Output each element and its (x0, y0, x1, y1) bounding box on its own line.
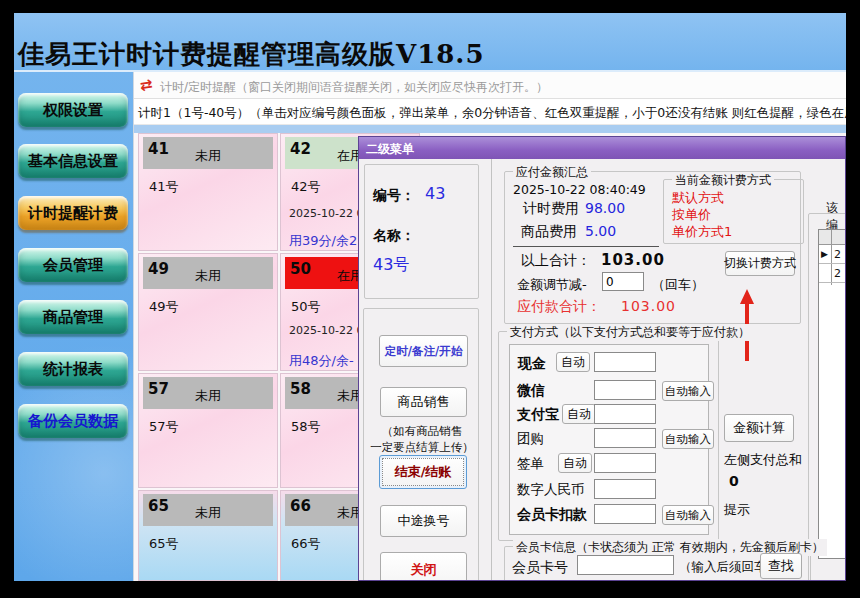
adjust-hint: （回车） (652, 276, 704, 294)
mid-switch-number-button[interactable]: 中途换号 (380, 505, 467, 537)
cash-auto-button[interactable]: 自动 (556, 352, 590, 372)
cell-status: 未用 (143, 504, 273, 522)
notice-text: 计时/定时提醒（窗口关闭期间语音提醒关闭，如关闭应尽快再次打开。） (160, 79, 548, 96)
cell-header: 65 未用 (143, 494, 273, 526)
sign-bill-label: 签单 (517, 455, 544, 473)
cell-header: 57 未用 (143, 377, 273, 409)
member-card-number-label: 会员卡号 (512, 559, 568, 577)
billing-mode-line2: 按单价 (672, 206, 711, 224)
goods-sale-note: （如有商品销售 一定要点结算上传） (364, 423, 480, 455)
cell-status: 未用 (143, 147, 273, 165)
row-value: 2 (834, 248, 841, 261)
cell-header: 49 未用 (143, 257, 273, 289)
cell-status: 未用 (143, 387, 273, 405)
left-payment-sum-value: 0 (729, 473, 739, 489)
groupbuy-auto-input-button[interactable]: 自动输入 (662, 429, 714, 449)
goods-fee-value: 5.00 (585, 223, 616, 239)
hint-label: 提示 (724, 501, 750, 519)
sign-bill-auto-button[interactable]: 自动 (558, 453, 592, 473)
find-button[interactable]: 查找 (760, 553, 802, 579)
left-payment-sum-label: 左侧支付总和 (724, 451, 802, 469)
table-row[interactable]: ▶ 2 (819, 245, 846, 264)
billing-datetime: 2025-10-22 08:40:49 (513, 182, 646, 197)
secondary-menu-dialog: 二级菜单 编号： 43 名称： 43号 定时/备注/开始 商品销售 （如有商品销… (358, 136, 846, 581)
table-header (819, 230, 846, 245)
timing-fee-value: 98.00 (585, 200, 625, 216)
sidebar-item-permissions[interactable]: 权限设置 (18, 93, 128, 127)
member-card-auto-input-button[interactable]: 自动输入 (662, 505, 714, 525)
billing-mode-line3: 单价方式1 (672, 223, 732, 241)
app-title: 佳易王计时计费提醒管理高级版V18.5 (18, 37, 485, 72)
cell-name: 49号 (149, 298, 179, 316)
cell-name: 58号 (291, 418, 321, 436)
row-selector-icon: ▶ (821, 249, 828, 259)
amount-calc-button[interactable]: 金额计算 (724, 414, 794, 442)
adjust-label: 金额调节减- (517, 276, 587, 294)
member-card-deduct-label: 会员卡扣款 (517, 506, 587, 524)
cell-start-time: 2025-10-22 0 (289, 324, 363, 337)
app-window: 佳易王计时计费提醒管理高级版V18.5 权限设置 基本信息设置 计时提醒计费 会… (14, 13, 846, 581)
notice-bar: ⇄ 计时/定时提醒（窗口关闭期间语音提醒关闭，如关闭应尽快再次打开。） (134, 72, 846, 99)
info-bar: 计时1（1号-40号）（单击对应编号颜色面板，弹出菜单，余0分钟语音、红色双重提… (134, 99, 846, 125)
timer-cell-41[interactable]: 41 未用 41号 (138, 133, 278, 251)
adjust-input[interactable] (602, 272, 644, 291)
sign-bill-input[interactable] (594, 453, 656, 473)
billing-mode-line1: 默认方式 (672, 189, 724, 207)
note-line2: 一定要点结算上传） (364, 439, 480, 455)
timer-cell-65[interactable]: 65 未用 65号 (138, 490, 278, 581)
divider-strip (134, 125, 846, 133)
sidebar-item-members[interactable]: 会员管理 (18, 248, 128, 282)
cash-label: 现金 (518, 355, 546, 373)
table-row[interactable]: 2 (819, 264, 846, 283)
wechat-label: 微信 (517, 382, 545, 400)
name-label: 名称： (373, 227, 415, 245)
groupbuy-label: 团购 (517, 430, 544, 448)
cell-start-time: 2025-10-22 0 (289, 207, 363, 220)
alipay-input[interactable] (594, 404, 656, 424)
digital-rmb-input[interactable] (594, 479, 656, 499)
dialog-title: 二级菜单 (366, 141, 414, 158)
finish-checkout-button[interactable]: 结束/结账 (379, 455, 467, 489)
wechat-auto-input-button[interactable]: 自动输入 (662, 381, 714, 401)
note-line1: （如有商品销售 (364, 423, 480, 439)
sidebar-item-timing-billing[interactable]: 计时提醒计费 (18, 196, 128, 230)
cell-name: 57号 (149, 418, 179, 436)
cell-name: 41号 (149, 178, 179, 196)
sidebar-item-goods[interactable]: 商品管理 (18, 300, 128, 334)
timer-cell-49[interactable]: 49 未用 49号 (138, 253, 278, 371)
timing-note-start-button[interactable]: 定时/备注/开始 (379, 335, 468, 367)
cash-input[interactable] (594, 352, 656, 372)
alipay-label: 支付宝 (517, 406, 559, 424)
goods-sale-button[interactable]: 商品销售 (380, 387, 467, 417)
cell-status: 未用 (143, 267, 273, 285)
cell-usage: 用48分/余- (289, 352, 354, 370)
subtotal-value: 103.00 (601, 251, 665, 269)
timer-cell-57[interactable]: 57 未用 57号 (138, 373, 278, 488)
total-value: 103.00 (621, 298, 676, 314)
member-card-number-input[interactable] (577, 555, 674, 575)
timing-fee-label: 计时费用 (523, 200, 579, 218)
total-label: 应付款合计： (517, 298, 601, 316)
subtotal-label: 以上合计： (521, 252, 591, 270)
groupbuy-input[interactable] (594, 428, 656, 448)
records-table[interactable]: ▶ 2 2 (818, 229, 846, 559)
billing-mode-title: 当前金额计费方式 (672, 172, 774, 189)
dialog-titlebar[interactable]: 二级菜单 (359, 137, 846, 159)
wechat-input[interactable] (594, 380, 656, 400)
member-card-box: 会员卡信息（卡状态须为 正常 有效期内，先金额后刷卡） 会员卡号 （输入后须回车… (504, 546, 811, 581)
payment-title: 支付方式（以下支付方式总和要等于应付款） (507, 324, 753, 341)
info-text: 计时1（1号-40号）（单击对应编号颜色面板，弹出菜单，余0分钟语音、红色双重提… (138, 105, 846, 122)
switch-billing-mode-button[interactable]: 切换计费方式 (725, 251, 795, 276)
cell-name: 50号 (291, 298, 321, 316)
seat-info-box: 编号： 43 名称： 43号 (364, 164, 479, 299)
sidebar-item-backup[interactable]: 备份会员数据 (18, 404, 128, 438)
close-button[interactable]: 关闭 (380, 552, 467, 581)
member-card-deduct-input[interactable] (594, 504, 656, 524)
sidebar-item-reports[interactable]: 统计报表 (18, 352, 128, 386)
sidebar-item-basic-info[interactable]: 基本信息设置 (18, 144, 128, 178)
cell-name: 66号 (291, 535, 321, 553)
alipay-auto-button[interactable]: 自动 (562, 404, 596, 424)
cell-name: 42号 (291, 178, 321, 196)
cell-name: 65号 (149, 535, 179, 553)
number-value: 43 (425, 184, 445, 203)
